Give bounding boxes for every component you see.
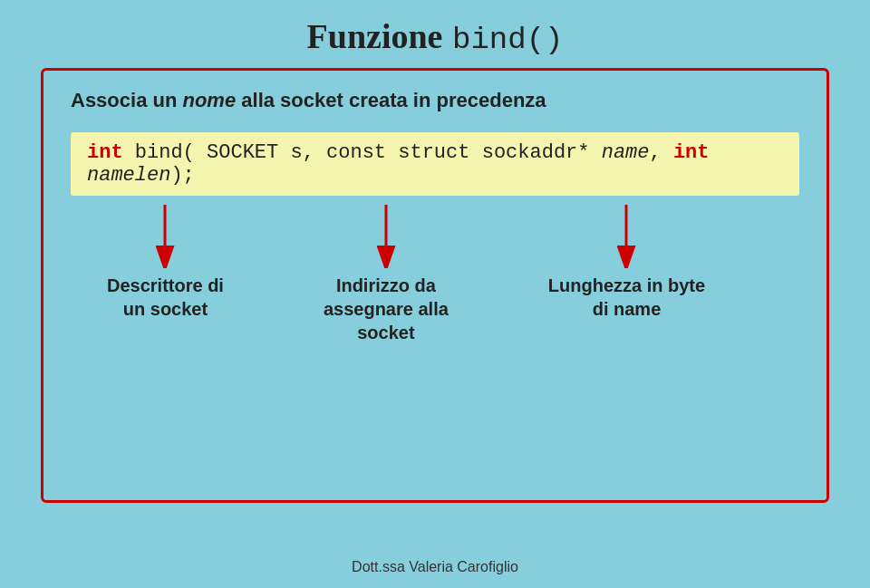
code-italic2: namelen (87, 164, 170, 187)
arrow-col-3: Lunghezza in bytedi name (548, 205, 705, 321)
arrows-row: Descrittore diun socket Indirizzo daasse… (71, 205, 799, 344)
code-keyword2: int (673, 141, 710, 164)
code-comma: , (650, 141, 673, 164)
arrow3-label: Lunghezza in bytedi name (548, 274, 705, 321)
subtitle-text2: alla socket creata in precedenza (236, 89, 546, 111)
footer: Dott.ssa Valeria Carofiglio (0, 559, 870, 575)
code-rest: bind( SOCKET s, const struct sockaddr* (123, 141, 602, 164)
title-mono: bind() (452, 23, 563, 57)
arrow-col-2: Indirizzo daassegnare allasocket (324, 205, 449, 344)
arrow2-svg (372, 205, 400, 268)
subtitle-text1: Associa un (71, 89, 182, 111)
code-keyword1: int (87, 141, 123, 164)
subtitle-italic: nome (182, 89, 236, 111)
title-serif: Funzione (307, 17, 443, 55)
page-title: Funzione bind() (307, 16, 564, 57)
code-end: ); (170, 164, 194, 187)
arrow2-label: Indirizzo daassegnare allasocket (324, 274, 449, 344)
arrow3-svg (613, 205, 640, 268)
code-italic1: name (602, 141, 650, 164)
arrow-col-1: Descrittore diun socket (107, 205, 224, 321)
subtitle: Associa un nome alla socket creata in pr… (71, 89, 799, 112)
arrow1-svg (151, 205, 179, 268)
main-box: Associa un nome alla socket creata in pr… (41, 68, 829, 503)
code-line: int bind( SOCKET s, const struct sockadd… (71, 132, 799, 196)
arrow1-label: Descrittore diun socket (107, 274, 224, 321)
footer-text: Dott.ssa Valeria Carofiglio (352, 559, 518, 574)
